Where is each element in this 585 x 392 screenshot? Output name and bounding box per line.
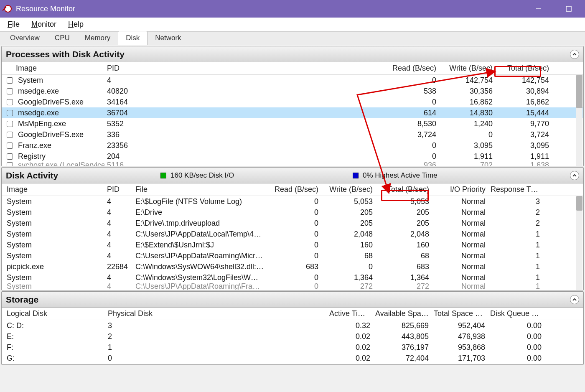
menu-help[interactable]: Help [62,18,89,31]
row-checkbox[interactable] [7,77,13,84]
table-row[interactable]: System4E:\Drive0205205Normal2 [2,207,583,218]
active-time-status: 0% Highest Active Time [363,171,437,180]
row-checkbox[interactable] [7,88,13,94]
row-checkbox[interactable] [7,143,13,149]
table-row[interactable]: System4C:\Users\JP\AppData\Local\Temp\43… [2,229,583,239]
cell-write: 14,830 [439,109,495,117]
cell-physical-disk: 0 [105,354,327,363]
minimize-button[interactable] [530,0,547,18]
col-total[interactable]: Total (B/sec) [375,185,432,194]
col-pid[interactable]: PID [104,64,138,73]
col-read[interactable]: Read (B/sec) [267,185,321,194]
cell-write: 5,053 [321,197,375,206]
cell-read: 0 [267,241,321,249]
tab-network[interactable]: Network [148,31,188,45]
row-checkbox[interactable] [7,110,13,116]
cell-read: 0 [138,76,439,85]
cell-write: 0 [439,130,495,139]
col-available-space[interactable]: Available Space… [373,309,431,318]
cell-file: E:\Drive\.tmp.driveupload [133,219,267,228]
menu-monitor[interactable]: Monitor [25,18,62,31]
col-physical-disk[interactable]: Physical Disk [105,309,327,318]
cell-active-time: 0.02 [327,354,373,363]
table-row[interactable]: System40142,754142,754 [2,75,583,86]
cell-read: 936 [138,162,439,166]
cell-total: 1,911 [495,152,552,161]
cell-priority: Normal [432,252,488,260]
table-row[interactable]: Franz.exe2335603,0953,095 [2,140,583,151]
table-row[interactable]: msedge.exe4082053830,35630,894 [2,86,583,97]
cell-response: 3 [488,197,542,206]
cell-image: GoogleDriveFS.exe [18,98,84,107]
cell-read: 0 [267,208,321,217]
table-row[interactable]: E:20.02443,805476,9380.00 [2,331,583,342]
collapse-button[interactable] [570,171,579,180]
collapse-button[interactable] [570,50,579,59]
cell-total: 683 [375,262,432,271]
storage-table[interactable]: Logical DiskPhysical DiskActive Time (%)… [2,308,583,364]
cell-total-space: 952,404 [431,321,488,330]
col-read[interactable]: Read (B/sec) [138,64,439,73]
col-write[interactable]: Write (B/sec) [439,64,495,73]
table-row[interactable]: picpick.exe22684C:\Windows\SysWOW64\shel… [2,261,583,272]
table-row[interactable]: C: D:30.32825,669952,4040.00 [2,320,583,331]
table-row[interactable]: GoogleDriveFS.exe3363,72403,724 [2,129,583,140]
tab-overview[interactable]: Overview [3,31,47,45]
cell-total: 30,894 [495,87,552,96]
table-row[interactable]: G:00.0272,404171,7030.00 [2,353,583,364]
processes-table[interactable]: ImagePIDRead (B/sec)Write (B/sec)Total (… [2,62,583,166]
table-row[interactable]: svchost.exe (LocalServiceNo…51169367021,… [2,162,583,166]
table-row[interactable]: System4C:\Users\JP\AppData\Roaming\Micro… [2,250,583,261]
table-row[interactable]: msedge.exe3670461414,83015,444 [2,107,583,118]
row-checkbox[interactable] [7,132,13,138]
collapse-button[interactable] [570,295,579,304]
cell-image: msedge.exe [18,87,59,96]
table-row[interactable]: Registry20401,9111,911 [2,151,583,162]
panel-header[interactable]: Disk Activity 160 KB/sec Disk I/O 0% Hig… [2,168,583,183]
panel-header[interactable]: Storage [2,292,583,308]
col-active-time[interactable]: Active Time (%) [327,309,373,318]
col-total[interactable]: Total (B/sec) [495,64,552,73]
cell-image: msedge.exe [18,109,59,117]
col-image[interactable]: Image [4,185,104,194]
table-row[interactable]: System4E:\$LogFile (NTFS Volume Log)05,0… [2,196,583,207]
maximize-button[interactable] [560,0,577,18]
panel-header[interactable]: Processes with Disk Activity [2,46,583,62]
menu-file[interactable]: File [2,18,25,31]
tab-memory[interactable]: Memory [77,31,118,45]
col-file[interactable]: File [133,185,267,194]
table-row[interactable]: System4E:\$Extend\$UsnJrnl:$J0160160Norm… [2,239,583,250]
scrollbar[interactable] [576,75,582,166]
cell-image: MsMpEng.exe [18,120,66,128]
col-image[interactable]: Image [4,64,104,73]
row-checkbox[interactable] [7,162,13,166]
col-write[interactable]: Write (B/sec) [321,185,375,194]
row-checkbox[interactable] [7,121,13,127]
col-logical-disk[interactable]: Logical Disk [4,309,105,318]
cell-response: 2 [488,219,542,228]
cell-total: 3,724 [495,130,552,139]
tab-disk[interactable]: Disk [118,31,148,45]
table-row[interactable]: F:10.02376,197953,8680.00 [2,342,583,353]
col-priority[interactable]: I/O Priority [432,185,488,194]
panel-storage: Storage Logical DiskPhysical DiskActive … [1,291,584,365]
cell-pid: 336 [104,130,138,139]
disk-activity-table[interactable]: ImagePIDFileRead (B/sec)Write (B/sec)Tot… [2,183,583,290]
table-row[interactable]: GoogleDriveFS.exe34164016,86216,862 [2,97,583,107]
table-row[interactable]: System4C:\Users\JP\AppData\Roaming\Franz… [2,283,583,290]
col-queue-length[interactable]: Disk Queue Le… [488,309,544,318]
col-total-space[interactable]: Total Space (MB) [431,309,488,318]
cell-image: System [18,76,43,85]
cell-logical-disk: G: [4,354,105,363]
cell-pid: 22684 [104,262,133,271]
row-checkbox[interactable] [7,99,13,105]
table-row[interactable]: System4E:\Drive\.tmp.driveupload0205205N… [2,218,583,229]
table-row[interactable]: MsMpEng.exe53528,5301,2409,770 [2,118,583,129]
cell-write: 702 [439,162,495,166]
col-pid[interactable]: PID [104,185,133,194]
col-response[interactable]: Response Time… [488,185,542,194]
row-checkbox[interactable] [7,153,13,160]
tab-cpu[interactable]: CPU [47,31,77,45]
table-row[interactable]: System4C:\Windows\System32\LogFiles\WMI\… [2,272,583,283]
scrollbar[interactable] [576,196,582,290]
